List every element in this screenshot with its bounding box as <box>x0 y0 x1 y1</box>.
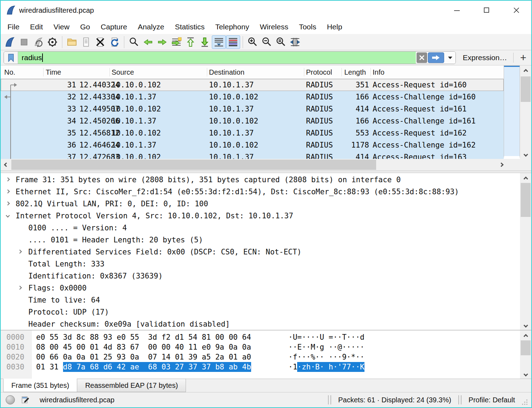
hex-row[interactable]: 0000e0 55 3d 8c 88 93 e0 55 3d f2 d1 54 … <box>1 332 519 342</box>
column-header-info[interactable]: Info <box>373 65 384 79</box>
menu-statistics[interactable]: Statistics <box>170 21 210 33</box>
save-file-button[interactable] <box>79 35 93 49</box>
expand-arrow-icon[interactable] <box>18 250 21 253</box>
packet-row[interactable]: 3312.44950710.10.0.10210.10.1.37RADIUS41… <box>1 103 504 115</box>
scroll-right-button[interactable] <box>496 159 506 171</box>
filter-text-area[interactable]: radius <box>18 52 416 64</box>
intelligent-scrollbar-minimap[interactable] <box>504 65 520 159</box>
menu-capture[interactable]: Capture <box>95 21 132 33</box>
detail-line[interactable]: Differentiated Services Field: 0x00 (DSC… <box>1 246 519 258</box>
detail-line[interactable]: Time to live: 64 <box>1 294 519 306</box>
detail-line[interactable]: 0100 .... = Version: 4 <box>1 222 519 234</box>
menu-view[interactable]: View <box>48 21 75 33</box>
pane-splitter[interactable] <box>1 171 531 173</box>
go-to-packet-button[interactable] <box>169 35 183 49</box>
column-header-no[interactable]: No. <box>4 65 15 79</box>
scroll-down-button[interactable] <box>520 321 531 330</box>
detail-line[interactable]: Flags: 0x0000 <box>1 282 519 294</box>
hex-bytes[interactable]: 00 66 0a 0a 01 25 93 0a 07 14 01 39 a5 2… <box>36 352 251 362</box>
capture-comment-button[interactable] <box>21 395 30 404</box>
detail-line[interactable]: Internet Protocol Version 4, Src: 10.10.… <box>1 210 519 222</box>
hex-row[interactable]: 002000 66 0a 0a 01 25 93 0a 07 14 01 39 … <box>1 352 519 362</box>
packet-row[interactable]: 3712.47268310.10.0.10210.10.1.37RADIUS41… <box>1 151 504 159</box>
scroll-left-button[interactable] <box>1 159 11 171</box>
tab-reassembled-eap-17-bytes[interactable]: Reassembled EAP (17 bytes) <box>77 379 186 392</box>
close-file-button[interactable] <box>93 35 107 49</box>
zoom-in-button[interactable] <box>245 35 260 49</box>
open-file-button[interactable] <box>65 35 79 49</box>
expand-arrow-icon[interactable] <box>6 190 9 193</box>
scrollbar-thumb[interactable] <box>521 340 531 355</box>
capture-options-button[interactable] <box>45 35 60 49</box>
packet-row[interactable]: 3512.45681210.10.0.10210.10.1.37RADIUS55… <box>1 127 504 139</box>
go-back-button[interactable] <box>141 35 155 49</box>
scroll-down-button[interactable] <box>520 150 531 159</box>
column-header-time[interactable]: Time <box>46 65 61 79</box>
column-separator[interactable] <box>370 68 371 76</box>
menu-wireless[interactable]: Wireless <box>254 21 294 33</box>
stop-capture-button[interactable] <box>17 35 31 49</box>
packet-row[interactable]: 3612.46462410.10.1.3710.10.0.102RADIUS11… <box>1 139 504 151</box>
ascii-bytes[interactable]: ··E··M·g ··@····· <box>288 342 364 352</box>
start-capture-button[interactable] <box>3 35 17 49</box>
detail-line[interactable]: Total Length: 333 <box>1 258 519 270</box>
scroll-down-button[interactable] <box>520 369 531 379</box>
auto-scroll-button[interactable] <box>212 35 226 49</box>
resize-columns-button[interactable] <box>288 35 302 49</box>
menu-file[interactable]: File <box>2 21 25 33</box>
packet-row[interactable]: 3212.44330410.10.1.3710.10.0.102RADIUS16… <box>1 91 504 103</box>
maximize-button[interactable] <box>479 3 494 17</box>
detail-line[interactable]: Frame 31: 351 bytes on wire (2808 bits),… <box>1 174 519 186</box>
reload-file-button[interactable] <box>107 35 121 49</box>
detail-line[interactable]: .... 0101 = Header Length: 20 bytes (5) <box>1 234 519 246</box>
expand-arrow-icon[interactable] <box>18 286 21 289</box>
column-header-proto[interactable]: Protocol <box>306 65 332 79</box>
menu-edit[interactable]: Edit <box>25 21 48 33</box>
column-separator[interactable] <box>109 68 110 76</box>
scrollbar-thumb[interactable] <box>521 183 531 217</box>
detail-line[interactable]: 802.1Q Virtual LAN, PRI: 0, DEI: 0, ID: … <box>1 198 519 210</box>
hex-row[interactable]: 001008 00 45 00 01 4d 83 67 00 00 40 11 … <box>1 342 519 352</box>
column-separator[interactable] <box>341 68 342 76</box>
menu-go[interactable]: Go <box>75 21 95 33</box>
scrollbar-thumb[interactable] <box>11 160 376 170</box>
menu-help[interactable]: Help <box>322 21 347 33</box>
detail-line[interactable]: Ethernet II, Src: CiscoMer_f2:d1:54 (e0:… <box>1 186 519 198</box>
expand-arrow-icon[interactable] <box>6 178 9 181</box>
scroll-up-button[interactable] <box>520 331 531 340</box>
add-filter-button[interactable]: + <box>520 52 526 63</box>
resize-grip[interactable] <box>522 395 529 405</box>
close-button[interactable] <box>509 3 524 17</box>
detail-line[interactable]: Header checksum: 0xe09a [validation disa… <box>1 318 519 330</box>
zoom-out-button[interactable] <box>260 35 274 49</box>
packet-row[interactable]: 3112.44032410.10.0.10210.10.1.37RADIUS35… <box>1 79 504 91</box>
detail-line[interactable]: Identification: 0x8367 (33639) <box>1 270 519 282</box>
minimize-button[interactable] <box>449 3 465 17</box>
filter-dropdown-button[interactable] <box>445 52 455 64</box>
filter-clear-button[interactable] <box>417 52 427 63</box>
detail-line[interactable]: Protocol: UDP (17) <box>1 306 519 318</box>
hex-bytes[interactable]: e0 55 3d 8c 88 93 e0 55 3d f2 d1 54 81 0… <box>36 332 251 342</box>
ascii-bytes[interactable]: ·1·zh·B· h·'77··K <box>288 362 297 372</box>
go-to-top-button[interactable] <box>183 35 198 49</box>
column-header-src[interactable]: Source <box>112 65 134 79</box>
status-profile[interactable]: Profile: Default <box>469 396 515 404</box>
ascii-bytes[interactable]: ·f···%·· ···9·*·· <box>288 352 364 362</box>
tab-frame-351-bytes[interactable]: Frame (351 bytes) <box>3 379 77 392</box>
display-filter-input[interactable]: radius <box>4 51 456 64</box>
column-separator[interactable] <box>43 68 44 76</box>
filter-bookmark-button[interactable] <box>4 52 18 64</box>
hex-bytes[interactable]: 08 00 45 00 01 4d 83 67 00 00 40 11 e0 9… <box>36 342 251 352</box>
menu-tools[interactable]: Tools <box>294 21 322 33</box>
column-header-len[interactable]: Length <box>344 65 366 79</box>
column-header-dst[interactable]: Destination <box>209 65 244 79</box>
ascii-bytes[interactable]: ·U=····U =··T···d <box>288 332 364 342</box>
menu-telephony[interactable]: Telephony <box>210 21 255 33</box>
filter-apply-button[interactable] <box>428 52 444 63</box>
expert-info-button[interactable] <box>6 395 15 404</box>
scrollbar-thumb[interactable] <box>521 76 531 102</box>
restart-capture-button[interactable] <box>31 35 45 49</box>
column-separator[interactable] <box>207 68 207 76</box>
collapse-arrow-icon[interactable] <box>6 214 9 217</box>
scroll-up-button[interactable] <box>520 173 531 182</box>
